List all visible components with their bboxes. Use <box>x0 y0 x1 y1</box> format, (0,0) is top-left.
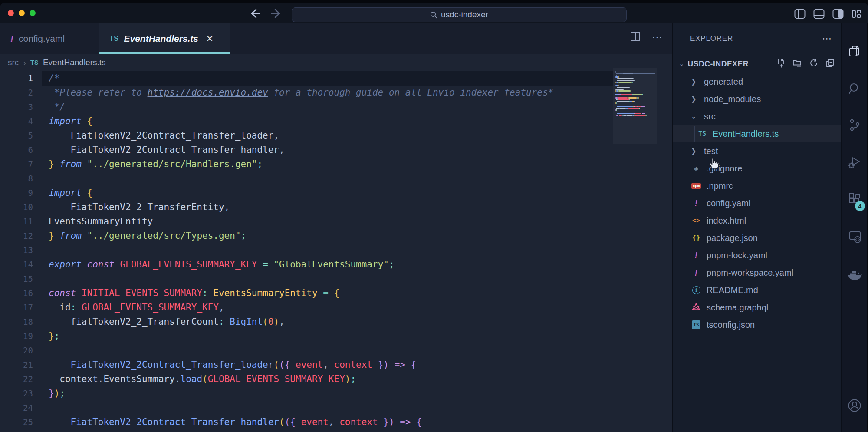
search-icon <box>430 11 437 19</box>
line-number: 23 <box>0 386 33 401</box>
line-number: 16 <box>0 286 33 300</box>
toggle-panel-bottom-button[interactable] <box>813 9 825 19</box>
line-number: 4 <box>0 114 33 129</box>
breadcrumb-folder[interactable]: src <box>8 58 19 67</box>
new-file-button[interactable] <box>776 58 786 69</box>
line-number: 13 <box>0 243 33 257</box>
code-line: 3 */ <box>0 100 672 114</box>
editor-more-actions-button[interactable]: ⋯ <box>652 31 663 43</box>
refresh-button[interactable] <box>809 58 819 69</box>
tree-item-test[interactable]: ❯test <box>673 142 841 160</box>
code-line: 11EventsSummaryEntity <box>0 214 672 229</box>
tab-eventhandlers-ts[interactable]: TS EventHandlers.ts ✕ <box>99 23 230 54</box>
nav-forward-button[interactable] <box>270 8 283 19</box>
tree-item-readme-md[interactable]: iREADME.md <box>673 281 841 299</box>
tree-item-label: schema.graphql <box>707 303 768 313</box>
code-line: 23}); <box>0 386 672 401</box>
code-line: 13 <box>0 243 672 257</box>
tree-item--gitignore[interactable]: ◈.gitignore <box>673 160 841 177</box>
customize-layout-button[interactable] <box>852 9 862 19</box>
code-line: 8 <box>0 171 672 186</box>
code-line: 14export const GLOBAL_EVENTS_SUMMARY_KEY… <box>0 257 672 272</box>
new-folder-button[interactable] <box>792 58 802 69</box>
tree-item-schema-graphql[interactable]: schema.graphql <box>673 299 841 316</box>
code-line: 16const INITIAL_EVENTS_SUMMARY: EventsSu… <box>0 286 672 300</box>
explorer-activity-icon[interactable] <box>842 41 868 62</box>
code-line: 24 <box>0 401 672 415</box>
arrow-left-icon <box>252 10 260 17</box>
tree-item-package-json[interactable]: {}package.json <box>673 229 841 247</box>
tree-item-label: pnpm-lock.yaml <box>707 251 767 261</box>
line-number: 10 <box>0 200 33 214</box>
tab-config-yaml[interactable]: ! config.yaml <box>0 23 99 54</box>
breadcrumb[interactable]: src › TS EventHandlers.ts <box>8 54 106 71</box>
line-number: 8 <box>0 171 33 186</box>
typescript-file-icon: TS <box>109 35 118 43</box>
nav-back-button[interactable] <box>248 8 261 19</box>
close-window-button[interactable] <box>8 10 14 16</box>
extensions-activity-icon[interactable]: 4 <box>842 189 868 210</box>
line-number: 22 <box>0 372 33 386</box>
code-editor[interactable]: 1/*2 *Please refer to https://docs.envio… <box>0 71 672 432</box>
tree-item-index-html[interactable]: <>index.html <box>673 212 841 229</box>
code-line: 9import { <box>0 186 672 200</box>
line-number: 19 <box>0 329 33 343</box>
tree-item-generated[interactable]: ❯generated <box>673 73 841 90</box>
tree-item-label: config.yaml <box>707 198 750 208</box>
yaml-file-icon: ! <box>10 33 13 44</box>
tree-item-label: node_modules <box>704 94 761 104</box>
line-number: 18 <box>0 315 33 329</box>
code-line: 7} from "../generated/src/Handlers.gen"; <box>0 157 672 171</box>
code-line: 21 FiatTokenV2_2Contract_Transfer_loader… <box>0 358 672 372</box>
chevron-right-icon: ❯ <box>691 95 699 103</box>
minimize-window-button[interactable] <box>19 10 25 16</box>
run-debug-activity-icon[interactable] <box>842 152 868 173</box>
tree-item-config-yaml[interactable]: !config.yaml <box>673 195 841 212</box>
tree-item-label: pnpm-workspace.yaml <box>707 268 793 278</box>
tree-item-src[interactable]: ⌄src <box>673 108 841 125</box>
project-root-row[interactable]: ⌄ USDC-INDEXER <box>679 55 835 73</box>
line-number: 15 <box>0 272 33 286</box>
tree-item-eventhandlers-ts[interactable]: TSEventHandlers.ts <box>673 125 841 142</box>
line-number: 3 <box>0 100 33 114</box>
remote-activity-icon[interactable] <box>842 227 868 247</box>
code-line: 12} from "../generated/src/Types.gen"; <box>0 229 672 243</box>
collapse-folders-button[interactable] <box>825 58 835 69</box>
readme-info-icon: i <box>691 286 701 294</box>
active-tab-indicator <box>99 52 230 54</box>
tree-item-pnpm-lock-yaml[interactable]: !pnpm-lock.yaml <box>673 247 841 264</box>
breadcrumb-file[interactable]: EventHandlers.ts <box>43 58 106 67</box>
search-activity-icon[interactable] <box>842 78 868 99</box>
json-file-icon: {} <box>691 234 701 242</box>
toggle-panel-left-button[interactable] <box>794 9 806 19</box>
docker-activity-icon[interactable] <box>842 265 868 286</box>
tree-item-label: EventHandlers.ts <box>713 129 779 139</box>
split-editor-button[interactable] <box>630 31 641 43</box>
minimap[interactable] <box>613 68 657 144</box>
chevron-right-icon: › <box>23 58 26 68</box>
tree-item-tsconfig-json[interactable]: TStsconfig.json <box>673 316 841 333</box>
tree-item--npmrc[interactable]: npm.npmrc <box>673 177 841 195</box>
typescript-file-icon: TS <box>697 130 707 138</box>
line-number: 20 <box>0 343 33 358</box>
line-number: 24 <box>0 401 33 415</box>
code-line: 22 context.EventsSummary.load(GLOBAL_EVE… <box>0 372 672 386</box>
maximize-window-button[interactable] <box>30 10 36 16</box>
toggle-panel-right-button[interactable] <box>832 9 844 19</box>
tree-item-node-modules[interactable]: ❯node_modules <box>673 90 841 108</box>
vscode-window: usdc-indexer ! config.yaml TS EventHandl… <box>0 0 868 432</box>
account-activity-icon[interactable] <box>842 395 868 416</box>
tsconfig-file-icon: TS <box>691 320 701 329</box>
code-line: 18 fiatTokenV2_2_TransferCount: BigInt(0… <box>0 315 672 329</box>
tree-item-pnpm-workspace-yaml[interactable]: !pnpm-workspace.yaml <box>673 264 841 281</box>
yaml-file-icon: ! <box>691 268 701 277</box>
extensions-badge: 4 <box>855 201 865 211</box>
line-number: 25 <box>0 415 33 429</box>
tree-item-label: README.md <box>707 285 758 295</box>
tab-close-icon[interactable]: ✕ <box>206 33 214 44</box>
explorer-more-actions-button[interactable]: ⋯ <box>822 33 832 44</box>
line-number: 14 <box>0 257 33 272</box>
source-control-activity-icon[interactable] <box>842 115 868 135</box>
typescript-file-icon: TS <box>30 59 39 66</box>
command-center-search[interactable]: usdc-indexer <box>292 7 627 22</box>
